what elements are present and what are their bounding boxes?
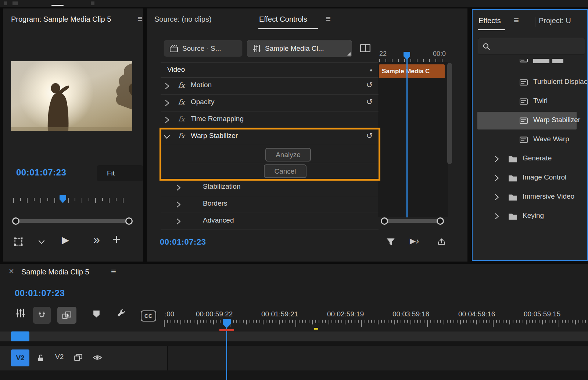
timeline-scroll-band[interactable] <box>0 331 588 342</box>
track-header-lane-gap <box>0 342 588 346</box>
collapse-section-icon[interactable]: ▲ <box>369 67 373 72</box>
mini-clip-bar[interactable]: Sample Media C <box>379 64 445 78</box>
effects-search-box[interactable] <box>478 38 585 55</box>
group-row-borders[interactable]: Borders <box>161 196 379 213</box>
timeline-scroll-handle[interactable] <box>11 331 29 341</box>
chevron-right-icon[interactable] <box>494 174 500 182</box>
add-button-icon[interactable]: + <box>112 232 121 246</box>
chevron-right-icon[interactable] <box>494 155 500 163</box>
wrench-settings-icon[interactable] <box>116 308 126 318</box>
mini-vertical-scrollbar[interactable] <box>447 63 452 164</box>
effects-list-item-clipped[interactable] <box>477 59 577 68</box>
program-panel-menu-icon[interactable]: ≡ <box>137 14 143 23</box>
mini-zoom-track[interactable] <box>384 219 440 223</box>
effects-folder-item[interactable]: Generate <box>477 150 584 168</box>
effects-folder-item[interactable]: Immersive Video <box>477 188 584 206</box>
linked-selection-button[interactable] <box>57 307 76 324</box>
effect-controls-panel-menu-icon[interactable]: ≡ <box>326 14 331 23</box>
effect-row-opacity[interactable]: fx Opacity ↺ <box>161 95 379 111</box>
filter-icon[interactable] <box>386 237 395 246</box>
add-marker-icon[interactable] <box>92 309 101 318</box>
track-visibility-eye-icon[interactable] <box>93 353 102 362</box>
program-zoom-track[interactable] <box>15 219 129 223</box>
effects-panel-menu-icon[interactable]: ≡ <box>514 16 519 25</box>
effects-folder-item[interactable]: Keying <box>477 207 584 225</box>
fx-badge[interactable]: fx <box>178 115 185 123</box>
effect-row-time-remapping[interactable]: fx Time Remapping <box>161 111 379 128</box>
effect-item-icon <box>520 98 528 105</box>
program-zoom-handle-left[interactable] <box>12 217 19 225</box>
mask-tool-icon[interactable] <box>13 237 24 247</box>
fit-dropdown[interactable]: Fit <box>97 165 143 181</box>
timeline-tab[interactable]: Sample Media Clip 5 <box>21 268 89 276</box>
program-zoom-handle-right[interactable] <box>125 217 133 225</box>
effects-list-item[interactable]: Twirl <box>477 93 584 110</box>
track-sync-icon[interactable] <box>74 353 83 362</box>
window-chrome-fragment <box>12 1 18 5</box>
effects-search-input[interactable] <box>494 38 582 54</box>
chevron-right-icon[interactable] <box>494 213 500 220</box>
effect-row-motion[interactable]: fx Motion ↺ <box>161 78 379 95</box>
tab-effect-controls[interactable]: Effect Controls <box>259 15 307 24</box>
tab-effects[interactable]: Effects <box>478 17 501 25</box>
program-video-preview <box>11 61 132 131</box>
video-section-header[interactable]: Video ▲ <box>161 62 379 78</box>
fast-forward-icon[interactable]: » <box>93 234 100 245</box>
split-view-toggle-icon[interactable] <box>359 43 371 53</box>
timeline-settings-icon[interactable] <box>15 308 26 318</box>
program-zoom-scrollbar[interactable] <box>3 215 143 227</box>
effect-sliders-icon <box>252 44 261 53</box>
effects-folder-item[interactable]: Image Control <box>477 169 584 187</box>
silhouette-figure-graphic <box>11 61 132 131</box>
chevron-right-icon[interactable] <box>176 201 182 208</box>
track-header-divider <box>167 346 168 370</box>
source-clip-button[interactable]: Source · S... <box>164 40 243 57</box>
effect-item-icon <box>520 79 528 86</box>
track-lock-icon[interactable] <box>36 353 45 363</box>
timeline-timecode[interactable]: 00:01:07:23 <box>15 288 65 298</box>
close-tab-icon[interactable]: × <box>9 267 14 276</box>
chevron-right-icon[interactable] <box>164 82 170 90</box>
snap-toggle-button[interactable] <box>33 307 51 324</box>
program-timecode[interactable]: 00:01:07:23 <box>16 167 66 178</box>
ruler-label: 00:05:59:15 <box>524 310 560 318</box>
mini-timeline-playhead[interactable] <box>404 52 410 60</box>
reset-effect-icon[interactable]: ↺ <box>366 98 373 106</box>
chevron-right-icon[interactable] <box>164 99 170 107</box>
timeline-panel: × Sample Media Clip 5 ≡ 00:01:07:23 CC :… <box>0 264 588 380</box>
selected-clip-button[interactable]: Sample Media Cl... <box>247 40 352 57</box>
export-frame-icon[interactable] <box>437 237 447 246</box>
fx-badge[interactable]: fx <box>178 98 185 106</box>
chevron-right-icon[interactable] <box>164 116 170 124</box>
mini-zoom-scrollbar[interactable] <box>379 214 448 227</box>
program-mini-ruler[interactable] <box>11 194 125 205</box>
play-button[interactable]: ▶ <box>62 235 69 245</box>
ruler-label: 00:00:59:22 <box>196 310 233 318</box>
effects-list-item[interactable]: Wave Warp <box>477 131 584 149</box>
effects-list-item-selected[interactable]: Warp Stabilizer <box>477 112 577 129</box>
chevron-right-icon[interactable] <box>494 193 500 201</box>
group-row-advanced[interactable]: Advanced <box>161 213 379 230</box>
effect-item-icon <box>520 117 528 124</box>
mini-ruler-ticks[interactable] <box>379 59 448 62</box>
tab-source-monitor[interactable]: Source: (no clips) <box>154 15 212 24</box>
fx-badge[interactable]: fx <box>178 81 185 89</box>
group-row-stabilization[interactable]: Stabilization <box>161 179 379 196</box>
effect-controls-timecode[interactable]: 00:01:07:23 <box>160 237 206 247</box>
window-chrome-strip <box>0 0 588 7</box>
reset-effect-icon[interactable]: ↺ <box>366 81 373 89</box>
track-target-badge[interactable]: V2 <box>11 349 29 366</box>
tab-project[interactable]: Project: U <box>539 17 571 25</box>
mini-zoom-handle-left[interactable] <box>381 217 388 225</box>
effect-controls-panel: Source: (no clips) Effect Controls ≡ Sou… <box>147 8 467 262</box>
mini-zoom-handle-right[interactable] <box>437 217 444 225</box>
chevron-right-icon[interactable] <box>176 184 182 191</box>
captions-toggle[interactable]: CC <box>141 310 156 322</box>
effects-list-item[interactable]: Turbulent Displace <box>477 74 584 91</box>
track-name-label[interactable]: V2 <box>55 353 64 361</box>
timeline-panel-menu-icon[interactable]: ≡ <box>111 267 116 276</box>
chevron-right-icon[interactable] <box>176 218 182 225</box>
play-around-icon[interactable]: ▶♪ <box>410 237 419 245</box>
chevron-down-icon[interactable] <box>37 239 46 245</box>
play-around-play-glyph: ▶ <box>410 237 416 245</box>
